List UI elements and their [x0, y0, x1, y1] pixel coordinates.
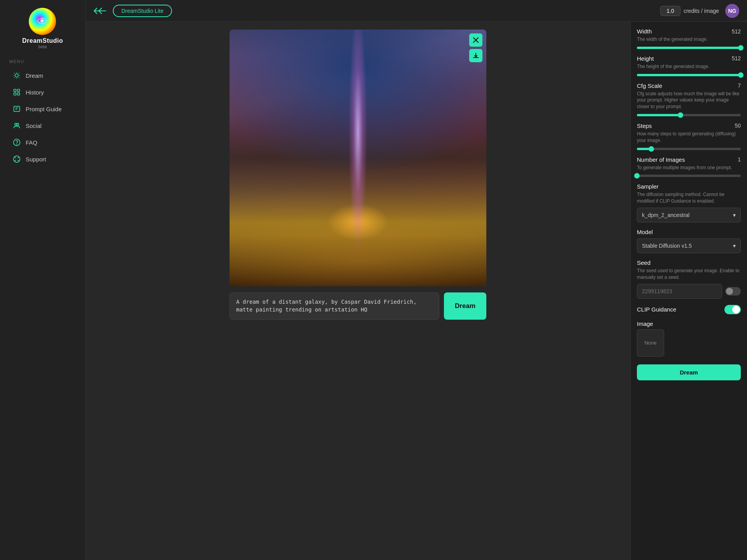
generate-button[interactable]: Dream [637, 364, 741, 380]
clip-guidance-setting: CLIP Guidance [637, 305, 741, 314]
sampler-value: k_dpm_2_ancestral [642, 212, 689, 218]
sidebar: 👁 DreamStudio beta MENU Dream History Pr… [0, 0, 86, 560]
height-slider[interactable] [637, 74, 741, 76]
main-content: DreamStudio Lite credits / image NG [86, 0, 747, 560]
menu-section-label: MENU [0, 59, 24, 64]
num-images-label: Number of Images [637, 156, 685, 163]
image-action-buttons [469, 33, 482, 62]
sidebar-item-social[interactable]: Social [3, 117, 82, 134]
app-logo: 👁 [29, 8, 56, 35]
clip-guidance-knob [732, 306, 740, 313]
image-panel: Image None [637, 320, 741, 357]
seed-input[interactable] [637, 284, 722, 299]
cfg-scale-label: Cfg Scale [637, 82, 662, 89]
num-images-desc: To generate multiple images from one pro… [637, 164, 741, 171]
logo-eye-icon: 👁 [37, 15, 48, 28]
steps-header: Steps 50 [637, 122, 741, 129]
credits-label: credits / image [684, 8, 719, 14]
num-images-setting: Number of Images 1 To generate multiple … [637, 156, 741, 177]
download-image-button[interactable] [469, 49, 482, 62]
height-desc: The height of the generated image. [637, 63, 741, 70]
width-desc: The width of the generated image. [637, 36, 741, 43]
clip-guidance-toggle[interactable] [724, 305, 741, 314]
seed-toggle[interactable] [725, 287, 741, 296]
prompt-section: A dream of a distant galaxy, by Caspar D… [230, 292, 486, 320]
seed-setting: Seed The seed used to generate your imag… [637, 259, 741, 299]
width-value: 512 [732, 28, 741, 35]
sidebar-item-prompt-guide[interactable]: Prompt Guide [3, 101, 82, 117]
sidebar-item-dream-label: Dream [26, 72, 43, 79]
svg-point-0 [15, 74, 18, 77]
height-label: Height [637, 55, 654, 62]
clip-guidance-label: CLIP Guidance [637, 306, 676, 313]
cfg-scale-desc: Cfg scale adjusts how much the image wil… [637, 91, 741, 110]
credits-input[interactable] [660, 6, 680, 16]
cfg-scale-header: Cfg Scale 7 [637, 82, 741, 89]
svg-rect-1 [14, 89, 16, 92]
sampler-setting: Sampler The diffusion sampling method. C… [637, 183, 741, 222]
model-chevron-icon: ▾ [733, 243, 736, 249]
width-header: Width 512 [637, 28, 741, 35]
height-setting: Height 512 The height of the generated i… [637, 55, 741, 76]
cfg-scale-slider[interactable] [637, 114, 741, 116]
generated-image [230, 30, 486, 286]
user-avatar[interactable]: NG [725, 4, 739, 18]
top-bar: DreamStudio Lite credits / image NG [86, 0, 747, 22]
steps-setting: Steps 50 How many steps to spend generat… [637, 122, 741, 150]
model-value: Stable Diffusion v1.5 [642, 243, 692, 249]
sidebar-item-social-label: Social [26, 122, 42, 129]
right-panel: Width 512 The width of the generated ima… [630, 22, 747, 560]
height-header: Height 512 [637, 55, 741, 62]
content-area: A dream of a distant galaxy, by Caspar D… [86, 22, 747, 560]
steps-value: 50 [735, 122, 741, 129]
height-value: 512 [732, 55, 741, 61]
sampler-dropdown[interactable]: k_dpm_2_ancestral ▾ [637, 208, 741, 222]
back-button[interactable] [93, 7, 107, 14]
svg-rect-4 [18, 93, 20, 95]
seed-toggle-knob [726, 288, 733, 295]
svg-rect-2 [18, 89, 20, 92]
sampler-label: Sampler [637, 183, 741, 190]
app-name: DreamStudio [22, 37, 63, 44]
nav-list: Dream History Prompt Guide Social FAQ [0, 67, 85, 168]
width-setting: Width 512 The width of the generated ima… [637, 28, 741, 49]
prompt-input[interactable]: A dream of a distant galaxy, by Caspar D… [230, 292, 439, 320]
sidebar-item-history-label: History [26, 89, 44, 96]
sidebar-item-history[interactable]: History [3, 84, 82, 100]
steps-label: Steps [637, 122, 652, 129]
sampler-desc: The diffusion sampling method. Cannot be… [637, 191, 741, 205]
credits-area: credits / image [660, 6, 719, 16]
prompt-guide-icon [12, 105, 21, 113]
width-slider[interactable] [637, 47, 741, 49]
num-images-value: 1 [738, 156, 741, 163]
svg-rect-3 [14, 93, 16, 95]
sidebar-item-dream[interactable]: Dream [3, 67, 82, 84]
dream-icon [12, 71, 21, 80]
support-icon [12, 155, 21, 163]
close-image-button[interactable] [469, 33, 482, 47]
app-beta: beta [39, 44, 47, 49]
svg-point-9 [17, 123, 19, 125]
sampler-chevron-icon: ▾ [733, 212, 736, 218]
sidebar-item-support[interactable]: Support [3, 151, 82, 167]
seed-label: Seed [637, 259, 741, 266]
sidebar-item-faq-label: FAQ [26, 139, 37, 146]
logo-area: 👁 DreamStudio beta [22, 8, 63, 49]
cfg-scale-value: 7 [738, 82, 741, 89]
steps-slider[interactable] [637, 148, 741, 150]
sidebar-item-prompt-guide-label: Prompt Guide [26, 106, 62, 112]
seed-row [637, 284, 741, 299]
social-icon [12, 121, 21, 130]
num-images-slider[interactable] [637, 175, 741, 177]
num-images-header: Number of Images 1 [637, 156, 741, 163]
history-icon [12, 88, 21, 96]
seed-desc: The seed used to generate your image. En… [637, 268, 741, 281]
steps-desc: How many steps to spend generating (diff… [637, 131, 741, 144]
sidebar-item-faq[interactable]: FAQ [3, 134, 82, 150]
dreamstudio-lite-tab[interactable]: DreamStudio Lite [113, 5, 172, 17]
faq-icon [12, 138, 21, 147]
model-dropdown[interactable]: Stable Diffusion v1.5 ▾ [637, 238, 741, 253]
image-none-box[interactable]: None [637, 329, 664, 357]
dream-button[interactable]: Dream [444, 292, 486, 320]
sidebar-item-support-label: Support [26, 156, 46, 163]
